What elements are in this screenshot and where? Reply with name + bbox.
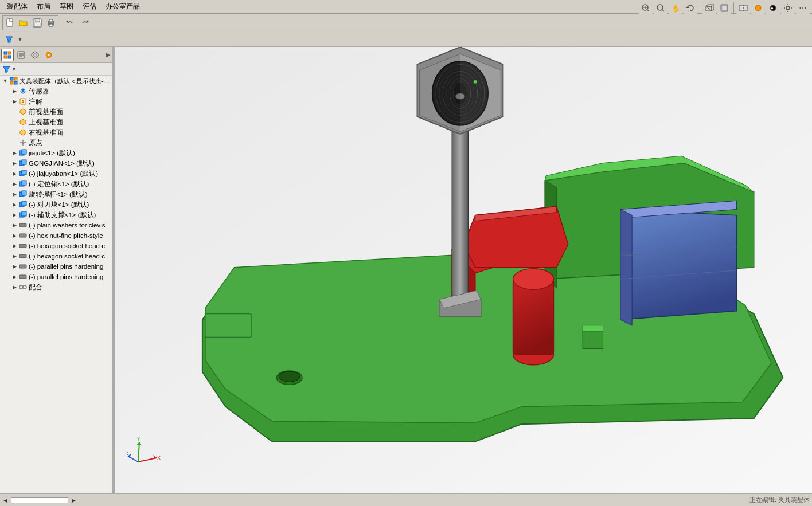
svg-rect-114 — [583, 331, 603, 348]
tree-item-annot[interactable]: ▶ A 注解 — [0, 96, 112, 107]
tree-hex-socket1-label: (-) hexagon socket head c — [29, 242, 105, 249]
svg-rect-22 — [35, 19, 40, 22]
sensor-expand[interactable]: ▶ — [10, 87, 18, 95]
tree-item-sensor[interactable]: ▶ 传感器 — [0, 86, 112, 96]
tree-item-mate[interactable]: ▶ 配合 — [0, 282, 112, 292]
tree-item-dingweisiao[interactable]: ▶ (-) 定位销<1> (默认) — [0, 179, 112, 189]
svg-rect-46 — [14, 81, 17, 84]
tree-item-fuzhuzhi[interactable]: ▶ (-) 辅助支撑<1> (默认) — [0, 210, 112, 220]
open-icon[interactable] — [17, 16, 30, 30]
tree-item-right-plane[interactable]: ▶ 右视基准面 — [0, 127, 112, 138]
tree-item-parallel2[interactable]: ▶ (-) parallel pins hardening — [0, 272, 112, 282]
view-3d-icon[interactable] — [702, 1, 716, 15]
origin-icon — [18, 138, 28, 147]
hex-socket1-icon — [18, 241, 28, 250]
parallel2-expand[interactable]: ▶ — [10, 273, 18, 281]
mate-expand[interactable]: ▶ — [10, 283, 18, 291]
menu-office[interactable]: 办公室产品 — [101, 1, 145, 13]
zoom-icon[interactable] — [654, 1, 667, 15]
filter-icon[interactable] — [2, 33, 16, 46]
svg-rect-44 — [14, 77, 17, 80]
tree-item-plain-washers[interactable]: ▶ (-) plain washers for clevis — [0, 220, 112, 230]
tree-item-origin[interactable]: ▶ 原点 — [0, 138, 112, 148]
gongjian-expand[interactable]: ▶ — [10, 159, 18, 167]
rotate-icon[interactable] — [684, 1, 697, 15]
xuanzhuan-expand[interactable]: ▶ — [10, 190, 18, 198]
more-icon[interactable]: ⋯ — [796, 1, 810, 15]
undo-icon[interactable] — [63, 16, 77, 30]
tree-item-xuanzhuan[interactable]: ▶ 旋转握杆<1> (默认) — [0, 189, 112, 199]
pan-icon[interactable]: ✋ — [669, 1, 682, 15]
svg-marker-7 — [686, 6, 689, 8]
tree-item-jiajuti[interactable]: ▶ jiajuti<1> (默认) — [0, 148, 112, 158]
svg-point-79 — [19, 285, 23, 289]
tree-item-parallel1[interactable]: ▶ (-) parallel pins hardening — [0, 261, 112, 272]
menu-assembly[interactable]: 装配体 — [2, 1, 32, 13]
tree-sensor-label: 传感器 — [29, 87, 49, 96]
menu-layout[interactable]: 布局 — [32, 1, 55, 13]
tree-root[interactable]: ▼ 夹具装配体（默认＜显示状态-1＞ — [0, 76, 112, 86]
jiajuti-expand[interactable]: ▶ — [10, 149, 18, 157]
statusbar-scrollbar[interactable] — [11, 497, 68, 503]
svg-rect-67 — [22, 191, 26, 195]
tree-item-hex-nut[interactable]: ▶ (-) hex nut-fine pitch-style — [0, 230, 112, 241]
svg-marker-27 — [66, 20, 68, 23]
svg-text:Y: Y — [137, 436, 140, 442]
tree-item-front-plane[interactable]: ▶ 前视基准面 — [0, 107, 112, 117]
tree-item-jiajuyaban[interactable]: ▶ (-) jiajuyaban<1> (默认) — [0, 168, 112, 179]
viewport[interactable]: X Y Z — [115, 47, 812, 493]
svg-text:✋: ✋ — [672, 4, 680, 13]
toolbar-group-1 — [2, 15, 58, 30]
statusbar-left-arrow[interactable]: ◄ — [2, 497, 9, 504]
tree-item-hex-socket2[interactable]: ▶ (-) hexagon socket head c — [0, 251, 112, 261]
svg-rect-61 — [22, 160, 26, 164]
fuzhuzhi-expand[interactable]: ▶ — [10, 211, 18, 219]
tab-display[interactable] — [42, 49, 55, 61]
settings-icon[interactable] — [781, 1, 795, 15]
svg-rect-76 — [19, 254, 26, 258]
menu-evaluate[interactable]: 评估 — [78, 1, 101, 13]
svg-rect-32 — [4, 56, 7, 58]
jiajuyaban-expand[interactable]: ▶ — [10, 170, 18, 178]
tree-item-hex-socket1[interactable]: ▶ (-) hexagon socket head c — [0, 241, 112, 251]
statusbar-right-arrow[interactable]: ► — [71, 497, 77, 504]
save-icon[interactable] — [30, 16, 44, 30]
parallel1-icon — [18, 262, 28, 271]
svg-rect-77 — [19, 265, 26, 268]
coordinate-indicator: X Y Z — [127, 436, 161, 470]
tree-parallel2-label: (-) parallel pins hardening — [29, 273, 103, 280]
section-view-icon[interactable] — [736, 1, 750, 15]
svg-point-4 — [657, 5, 663, 10]
svg-rect-93 — [513, 279, 554, 355]
tab-assembly-tree[interactable] — [1, 49, 14, 61]
redo-icon[interactable] — [78, 16, 92, 30]
appearance-icon[interactable] — [751, 1, 765, 15]
tab-property[interactable] — [15, 49, 28, 61]
dingweisiao-expand[interactable]: ▶ — [10, 180, 18, 188]
tree-top-plane-label: 上视基准面 — [29, 118, 63, 127]
zoom-to-fit-icon[interactable] — [639, 1, 653, 15]
tree-item-gongjian[interactable]: ▶ GONGJIAN<1> (默认) — [0, 158, 112, 168]
duidaokuai-expand[interactable]: ▶ — [10, 201, 18, 209]
print-icon[interactable] — [44, 16, 58, 30]
display-style-icon[interactable] — [717, 1, 731, 15]
render-icon[interactable]: ● — [766, 1, 780, 15]
feature-tree: ▼ 夹具装配体（默认＜显示状态-1＞ ▶ 传感器 ▶ A 注 — [0, 76, 112, 493]
new-icon[interactable] — [3, 16, 17, 30]
hex-nut-expand[interactable]: ▶ — [10, 232, 18, 240]
hex-socket1-expand[interactable]: ▶ — [10, 242, 18, 250]
menu-sketch[interactable]: 草图 — [55, 1, 78, 13]
tree-item-top-plane[interactable]: ▶ 上视基准面 — [0, 117, 112, 127]
filter-dropdown-arrow[interactable]: ▼ — [11, 66, 17, 72]
hex-socket2-expand[interactable]: ▶ — [10, 252, 18, 260]
panel-expand-arrow[interactable]: ▶ — [106, 52, 111, 58]
parallel1-expand[interactable]: ▶ — [10, 262, 18, 270]
annot-expand[interactable]: ▶ — [10, 97, 18, 105]
svg-rect-71 — [22, 211, 26, 216]
plain-washers-expand[interactable]: ▶ — [10, 221, 18, 229]
root-expand[interactable]: ▼ — [1, 77, 9, 85]
tree-front-plane-label: 前视基准面 — [29, 108, 63, 116]
tree-item-duidaokuai[interactable]: ▶ (-) 对刀块<1> (默认) — [0, 199, 112, 210]
tab-config[interactable] — [29, 49, 41, 61]
tree-fuzhuzhi-label: (-) 辅助支撑<1> (默认) — [29, 211, 96, 219]
